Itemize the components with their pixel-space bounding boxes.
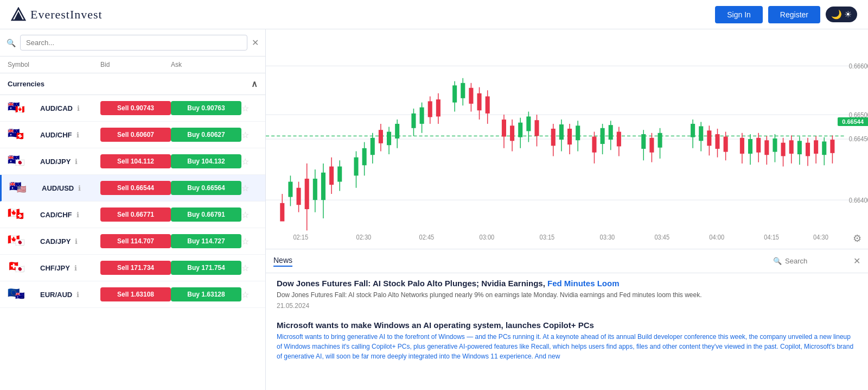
star-icon-chf-jpy[interactable]: ☆ — [241, 263, 258, 273]
svg-text:03:45: 03:45 — [654, 234, 669, 241]
buy-button-aud-usd[interactable]: Buy 0.66564 — [171, 181, 241, 195]
sell-button-cad-chf[interactable]: Sell 0.66771 — [100, 207, 171, 222]
flag2-aud-jpy: 🇯🇵 — [15, 158, 24, 167]
svg-text:03:30: 03:30 — [600, 234, 615, 241]
news-body: Dow Jones Futures Fall: AI Stock Palo Al… — [266, 273, 868, 390]
register-button[interactable]: Register — [768, 6, 820, 23]
svg-rect-46 — [387, 132, 391, 146]
info-icon-aud-usd[interactable]: ℹ — [78, 184, 81, 192]
star-icon-cad-chf[interactable]: ☆ — [241, 210, 258, 220]
info-icon-chf-jpy[interactable]: ℹ — [74, 264, 77, 272]
sell-button-aud-jpy[interactable]: Sell 104.112 — [100, 154, 171, 168]
sell-button-chf-jpy[interactable]: Sell 171.734 — [100, 261, 171, 275]
svg-rect-60 — [461, 83, 465, 98]
svg-rect-128 — [814, 140, 818, 154]
svg-rect-94 — [641, 134, 646, 149]
star-icon-aud-cad[interactable]: ☆ — [241, 103, 258, 114]
info-icon-eur-aud[interactable]: ℹ — [76, 291, 79, 299]
info-icon-cad-jpy[interactable]: ℹ — [75, 237, 78, 246]
pair-row-chf-jpy[interactable]: 🇨🇭 🇯🇵 CHF/JPY ℹ Sell 171.734 Buy 171.754… — [0, 255, 265, 281]
svg-rect-88 — [601, 128, 605, 144]
star-icon-aud-chf[interactable]: ☆ — [241, 130, 258, 140]
pair-name-chf-jpy: CHF/JPY — [40, 264, 70, 272]
flag2-cad-jpy: 🇯🇵 — [15, 238, 24, 247]
pair-name-aud-jpy: AUD/JPY — [40, 158, 71, 166]
news-desc-blue-1: Microsoft wants to bring generative AI t… — [277, 332, 857, 361]
svg-text:02:30: 02:30 — [356, 234, 372, 241]
star-icon-eur-aud[interactable]: ☆ — [241, 290, 258, 300]
pair-row-cad-jpy[interactable]: 🇨🇦 🇯🇵 CAD/JPY ℹ Sell 114.707 Buy 114.727… — [0, 228, 265, 255]
info-icon-aud-cad[interactable]: ℹ — [77, 104, 80, 112]
svg-rect-100 — [691, 124, 695, 137]
buy-button-eur-aud[interactable]: Buy 1.63128 — [171, 287, 241, 301]
price-label: 0.66544 — [838, 117, 868, 126]
star-icon-aud-usd[interactable]: ☆ — [241, 183, 258, 193]
header: EverestInvest Sign In Register 🌙 ☀ — [0, 0, 868, 29]
flag2-cad-chf: 🇨🇭 — [15, 211, 24, 220]
buy-button-cad-jpy[interactable]: Buy 114.727 — [171, 234, 241, 248]
buy-button-cad-chf[interactable]: Buy 0.66791 — [171, 207, 241, 222]
svg-rect-68 — [502, 119, 506, 136]
search-input[interactable] — [20, 35, 247, 51]
pair-row-cad-chf[interactable]: 🇨🇦 🇨🇭 CAD/CHF ℹ Sell 0.66771 Buy 0.66791… — [0, 202, 265, 228]
star-icon-cad-jpy[interactable]: ☆ — [241, 236, 258, 247]
svg-rect-98 — [658, 133, 662, 148]
currencies-section-header: Currencies ∧ — [0, 73, 265, 95]
sidebar: 🔍 ✕ Symbol Bid Ask Currencies ∧ 🇦🇺 🇨🇦 — [0, 29, 266, 390]
svg-rect-120 — [781, 143, 786, 156]
news-tab[interactable]: News — [273, 256, 292, 267]
buy-button-chf-jpy[interactable]: Buy 171.754 — [171, 261, 241, 275]
pair-row-aud-cad[interactable]: 🇦🇺 🇨🇦 AUD/CAD ℹ Sell 0.90743 Buy 0.90763… — [0, 95, 265, 122]
pair-info-aud-chf: 🇦🇺 🇨🇭 AUD/CHF ℹ — [8, 127, 100, 142]
news-title-0[interactable]: Dow Jones Futures Fall: AI Stock Palo Al… — [277, 279, 857, 288]
svg-rect-116 — [764, 140, 769, 155]
flag2-aud-chf: 🇨🇭 — [15, 131, 24, 140]
buy-button-aud-chf[interactable]: Buy 0.60627 — [171, 128, 241, 142]
svg-rect-24 — [288, 182, 292, 197]
news-search-input[interactable] — [785, 257, 850, 265]
star-icon-aud-jpy[interactable]: ☆ — [241, 156, 258, 167]
svg-rect-64 — [477, 93, 482, 110]
clear-icon[interactable]: ✕ — [252, 37, 259, 48]
buy-button-aud-jpy[interactable]: Buy 104.132 — [171, 154, 241, 168]
news-title-1[interactable]: Microsoft wants to make Windows an AI op… — [277, 320, 857, 330]
pair-info-chf-jpy: 🇨🇭 🇯🇵 CHF/JPY ℹ — [8, 260, 100, 275]
flag-pair-chf-jpy: 🇨🇭 🇯🇵 — [8, 260, 27, 275]
chart-settings-icon[interactable]: ⚙ — [853, 232, 861, 244]
info-icon-aud-jpy[interactable]: ℹ — [75, 158, 78, 166]
sell-button-eur-aud[interactable]: Sell 1.63108 — [100, 287, 171, 301]
flag2-chf-jpy: 🇯🇵 — [15, 265, 24, 273]
signin-button[interactable]: Sign In — [715, 6, 763, 23]
pair-row-aud-jpy[interactable]: 🇦🇺 🇯🇵 AUD/JPY ℹ Sell 104.112 Buy 104.132… — [0, 148, 265, 175]
svg-text:02:15: 02:15 — [293, 234, 308, 241]
svg-rect-90 — [609, 125, 613, 140]
collapse-icon[interactable]: ∧ — [251, 79, 258, 89]
svg-text:0.66400: 0.66400 — [849, 196, 868, 204]
svg-rect-110 — [740, 138, 744, 154]
col-ask: Ask — [171, 61, 241, 68]
flag-pair-cad-jpy: 🇨🇦 🇯🇵 — [8, 234, 27, 249]
pair-info-aud-cad: 🇦🇺 🇨🇦 AUD/CAD ℹ — [8, 100, 100, 116]
theme-toggle[interactable]: 🌙 ☀ — [826, 7, 857, 22]
pair-row-aud-usd[interactable]: 🇦🇺 🇺🇸 AUD/USD ℹ Sell 0.66544 Buy 0.66564… — [0, 175, 265, 202]
logo-icon — [11, 7, 26, 22]
news-close-icon[interactable]: ✕ — [853, 256, 860, 266]
pair-info-eur-aud: 🇪🇺 🇦🇺 EUR/AUD ℹ — [8, 287, 100, 302]
pair-row-aud-chf[interactable]: 🇦🇺 🇨🇭 AUD/CHF ℹ Sell 0.60607 Buy 0.60627… — [0, 122, 265, 148]
sell-button-cad-jpy[interactable]: Sell 114.707 — [100, 234, 171, 248]
col-symbol: Symbol — [8, 61, 100, 68]
svg-rect-58 — [452, 85, 457, 102]
news-date-0: 21.05.2024 — [277, 302, 857, 310]
buy-button-aud-cad[interactable]: Buy 0.90763 — [171, 101, 241, 115]
svg-rect-104 — [707, 130, 711, 146]
pair-info-aud-jpy: 🇦🇺 🇯🇵 AUD/JPY ℹ — [8, 154, 100, 169]
pair-row-eur-aud[interactable]: 🇪🇺 🇦🇺 EUR/AUD ℹ Sell 1.63108 Buy 1.63128… — [0, 281, 265, 308]
svg-rect-126 — [806, 143, 810, 156]
sell-button-aud-chf[interactable]: Sell 0.60607 — [100, 128, 171, 142]
svg-rect-80 — [559, 124, 564, 140]
sell-button-aud-usd[interactable]: Sell 0.66544 — [100, 181, 171, 195]
info-icon-aud-chf[interactable]: ℹ — [76, 131, 79, 139]
sell-button-aud-cad[interactable]: Sell 0.90743 — [100, 101, 171, 115]
svg-rect-28 — [305, 179, 309, 209]
info-icon-cad-chf[interactable]: ℹ — [76, 211, 79, 219]
